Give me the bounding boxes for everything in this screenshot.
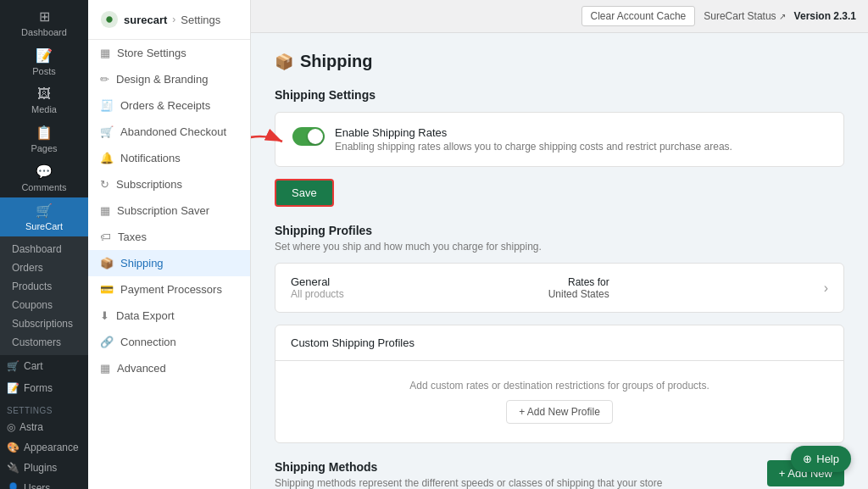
nav-orders-receipts[interactable]: 🧾 Orders & Receipts	[88, 92, 250, 119]
save-button-container: Save	[275, 179, 844, 207]
orders-icon: 🧾	[100, 99, 114, 112]
methods-section-title: Shipping Methods	[275, 460, 682, 474]
toggle-card: Enable Shipping Rates Enabling shipping …	[275, 112, 844, 167]
methods-section-desc: Shipping methods represent the different…	[275, 477, 682, 489]
shipping-settings-section: Shipping Settings	[275, 88, 844, 207]
shipping-methods-section: Shipping Methods Shipping methods repres…	[275, 460, 844, 489]
wp-media-item[interactable]: 🖼 Media	[0, 81, 88, 119]
help-button[interactable]: ⊕ Help	[791, 446, 851, 472]
sc-dashboard-sub[interactable]: Dashboard	[0, 240, 88, 258]
profiles-section-title: Shipping Profiles	[275, 224, 844, 237]
toggle-slider	[292, 127, 325, 146]
nav-subscriptions[interactable]: ↻ Subscriptions	[88, 171, 250, 197]
main-area: Clear Account Cache SureCart Status ↗ Ve…	[251, 0, 868, 489]
nav-subscription-saver[interactable]: ▦ Subscription Saver	[88, 197, 250, 224]
store-settings-icon: ▦	[100, 47, 110, 59]
posts-icon: 📝	[36, 47, 53, 64]
top-bar: Clear Account Cache SureCart Status ↗ Ve…	[251, 0, 868, 33]
wp-surecart-item[interactable]: 🛒 SureCart	[0, 197, 88, 236]
notifications-icon: 🔔	[100, 152, 114, 164]
wp-comments-item[interactable]: 💬 Comments	[0, 158, 88, 197]
external-link-icon: ↗	[779, 12, 786, 21]
page-header: 📦 Shipping	[275, 52, 844, 71]
design-icon: ✏	[100, 73, 109, 86]
profile-arrow-icon: ›	[824, 281, 828, 296]
plugins-icon: 🔌	[7, 462, 19, 474]
nav-shipping[interactable]: 📦 Shipping	[88, 250, 250, 276]
sc-coupons-sub[interactable]: Coupons	[0, 296, 88, 314]
custom-profiles-card: Custom Shipping Profiles Add custom rate…	[275, 325, 844, 443]
profile-info: General All products	[291, 275, 344, 300]
surecart-submenu: Dashboard Orders Products Coupons Subscr…	[0, 236, 88, 355]
astra-item[interactable]: ◎ Astra	[0, 417, 88, 437]
payment-icon: 💳	[100, 283, 114, 296]
surecart-status-link[interactable]: SureCart Status ↗	[704, 10, 785, 22]
clear-cache-button[interactable]: Clear Account Cache	[581, 6, 696, 26]
forms-item[interactable]: 📝 Forms	[0, 377, 88, 399]
cart-icon: 🛒	[7, 360, 19, 372]
profile-rates: Rates for United States	[548, 276, 609, 300]
wp-dashboard-item[interactable]: ⊞ Dashboard	[0, 0, 88, 42]
nav-data-export[interactable]: ⬇ Data Export	[88, 303, 250, 329]
custom-profiles-body: Add custom rates or destination restrict…	[275, 361, 843, 442]
toggle-desc: Enabling shipping rates allows you to ch…	[335, 141, 732, 153]
help-icon: ⊕	[803, 453, 812, 465]
nav-store-settings[interactable]: ▦ Store Settings	[88, 40, 250, 66]
appearance-icon: 🎨	[7, 442, 19, 453]
nav-payment-processors[interactable]: 💳 Payment Processors	[88, 276, 250, 303]
surecart-icon: 🛒	[36, 203, 53, 219]
shipping-profiles-section: Shipping Profiles Set where you ship and…	[275, 224, 844, 443]
data-export-icon: ⬇	[100, 309, 109, 322]
rates-label: Rates for	[548, 276, 609, 288]
users-icon: 👤	[7, 482, 19, 489]
comments-icon: 💬	[36, 164, 53, 180]
cart-item[interactable]: 🛒 Cart	[0, 355, 88, 377]
methods-header: Shipping Methods Shipping methods repres…	[275, 460, 844, 489]
custom-profiles-header: Custom Shipping Profiles	[275, 325, 843, 361]
taxes-icon: 🏷	[100, 231, 111, 243]
astra-icon: ◎	[7, 421, 15, 433]
nav-taxes[interactable]: 🏷 Taxes	[88, 224, 250, 250]
custom-profiles-desc: Add custom rates or destination restrict…	[409, 380, 709, 392]
advanced-icon: ▦	[100, 362, 110, 375]
toggle-row: Enable Shipping Rates Enabling shipping …	[275, 113, 843, 166]
profile-row-general[interactable]: General All products Rates for United St…	[275, 264, 843, 312]
save-button[interactable]: Save	[275, 179, 334, 207]
nav-design-branding[interactable]: ✏ Design & Branding	[88, 66, 250, 92]
profile-sub: All products	[291, 288, 344, 300]
surecart-brand: surecart	[124, 14, 167, 26]
nav-abandoned-checkout[interactable]: 🛒 Abandoned Checkout	[88, 119, 250, 145]
toggle-label: Enable Shipping Rates	[335, 126, 732, 139]
subscriptions-icon: ↻	[100, 178, 109, 191]
rates-value: United States	[548, 288, 609, 300]
shipping-settings-title: Shipping Settings	[275, 88, 844, 102]
sc-subscriptions-sub[interactable]: Subscriptions	[0, 314, 88, 333]
sc-nav: ▦ Store Settings ✏ Design & Branding 🧾 O…	[88, 40, 250, 381]
settings-label: Settings	[0, 399, 88, 417]
help-label: Help	[816, 453, 839, 465]
subscription-saver-icon: ▦	[100, 204, 110, 217]
methods-title-block: Shipping Methods Shipping methods repres…	[275, 460, 682, 489]
nav-advanced[interactable]: ▦ Advanced	[88, 355, 250, 381]
wp-pages-item[interactable]: 📋 Pages	[0, 119, 88, 158]
dashboard-icon: ⊞	[39, 8, 50, 25]
profiles-card: General All products Rates for United St…	[275, 263, 844, 313]
nav-connection[interactable]: 🔗 Connection	[88, 329, 250, 355]
sc-customers-sub[interactable]: Customers	[0, 333, 88, 352]
connection-icon: 🔗	[100, 336, 114, 348]
users-item[interactable]: 👤 Users	[0, 478, 88, 489]
shipping-page-icon: 📦	[275, 53, 293, 71]
plugins-item[interactable]: 🔌 Plugins	[0, 458, 88, 478]
wp-posts-item[interactable]: 📝 Posts	[0, 42, 88, 81]
sc-settings-sidebar: surecart › Settings ▦ Store Settings ✏ D…	[88, 0, 251, 489]
media-icon: 🖼	[37, 86, 51, 102]
pages-icon: 📋	[36, 125, 53, 141]
shipping-nav-icon: 📦	[100, 257, 114, 270]
abandoned-icon: 🛒	[100, 125, 114, 138]
shipping-toggle[interactable]	[292, 127, 325, 146]
nav-notifications[interactable]: 🔔 Notifications	[88, 145, 250, 171]
sc-orders-sub[interactable]: Orders	[0, 258, 88, 277]
appearance-item[interactable]: 🎨 Appearance	[0, 437, 88, 458]
sc-products-sub[interactable]: Products	[0, 277, 88, 296]
add-profile-button[interactable]: + Add New Profile	[506, 400, 613, 424]
